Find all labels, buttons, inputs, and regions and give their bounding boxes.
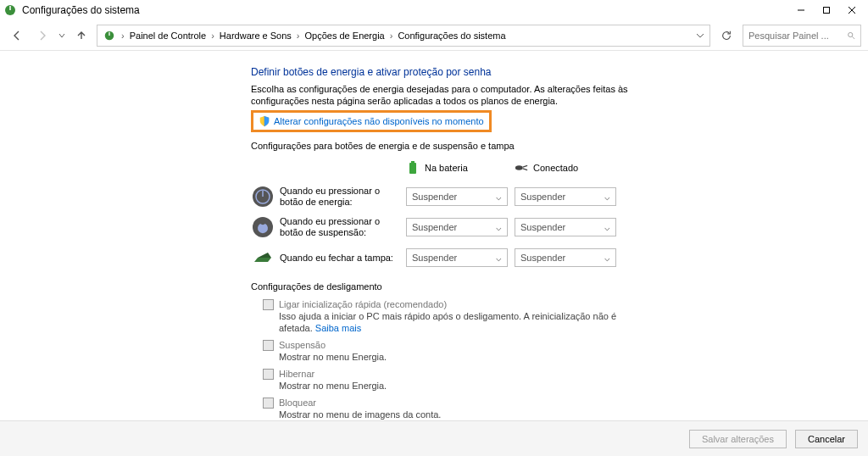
chevron-down-icon: ⌵ xyxy=(496,222,502,233)
energy-icon xyxy=(3,3,17,17)
section-shutdown-title: Configurações de desligamento xyxy=(251,281,632,292)
maximize-button[interactable] xyxy=(814,0,839,20)
select-value: Suspender xyxy=(520,222,565,232)
column-battery: Na bateria xyxy=(406,161,508,175)
select-sleep-battery[interactable]: Suspender⌵ xyxy=(406,218,508,236)
chevron-down-icon: ⌵ xyxy=(604,253,610,264)
action-row-sleep-button: Quando eu pressionar o botão de suspensã… xyxy=(251,215,632,239)
plug-icon xyxy=(515,161,528,175)
checkbox-label: Suspensão xyxy=(279,339,387,351)
lid-icon xyxy=(251,246,275,270)
minimize-button[interactable] xyxy=(788,0,814,20)
select-lid-battery[interactable]: Suspender⌵ xyxy=(406,248,508,267)
select-value: Suspender xyxy=(520,253,565,263)
breadcrumb-item[interactable]: Configurações do sistema xyxy=(398,31,505,41)
action-label: Quando eu fechar a tampa: xyxy=(280,253,406,264)
select-power-plugged[interactable]: Suspender⌵ xyxy=(515,187,616,206)
navigation-bar: › Painel de Controle › Hardware e Sons ›… xyxy=(0,20,868,51)
close-button[interactable] xyxy=(839,0,865,20)
power-button-icon xyxy=(251,185,275,209)
column-headers: Na bateria Conectado xyxy=(251,158,632,178)
back-button[interactable] xyxy=(7,25,27,46)
chevron-right-icon[interactable]: › xyxy=(120,31,126,41)
select-lid-plugged[interactable]: Suspender⌵ xyxy=(515,248,616,267)
shield-icon xyxy=(259,115,270,127)
chevron-down-icon: ⌵ xyxy=(496,253,502,264)
column-battery-label: Na bateria xyxy=(425,163,468,173)
search-input[interactable] xyxy=(748,31,842,41)
checkbox-sleep: Suspensão Mostrar no menu Energia. xyxy=(263,339,632,363)
chevron-right-icon[interactable]: › xyxy=(295,31,302,41)
action-row-lid: Quando eu fechar a tampa: Suspender⌵ Sus… xyxy=(251,246,632,270)
checkbox-label: Ligar inicialização rápida (recomendado) xyxy=(279,298,632,310)
chevron-down-icon[interactable] xyxy=(696,31,704,40)
action-label: Quando eu pressionar o botão de suspensã… xyxy=(280,216,406,238)
column-plugged: Conectado xyxy=(515,161,616,175)
breadcrumb-item[interactable]: Hardware e Sons xyxy=(220,31,292,41)
checkbox-desc: Isso ajuda a iniciar o PC mais rápido ap… xyxy=(279,310,632,334)
page-heading: Definir botões de energia e ativar prote… xyxy=(251,66,632,78)
checkbox-hibernate: Hibernar Mostrar no menu Energia. xyxy=(263,368,632,392)
chevron-down-icon: ⌵ xyxy=(604,222,610,233)
chevron-right-icon[interactable]: › xyxy=(388,31,395,41)
svg-point-6 xyxy=(848,32,852,36)
checkbox[interactable] xyxy=(263,340,274,351)
checkbox-desc: Mostrar no menu Energia. xyxy=(279,351,387,363)
svg-rect-2 xyxy=(824,8,830,14)
svg-point-10 xyxy=(515,165,523,170)
checkbox-label: Bloquear xyxy=(279,397,441,409)
checkbox-desc: Mostrar no menu Energia. xyxy=(279,380,387,392)
search-icon xyxy=(847,31,855,41)
select-value: Suspender xyxy=(412,192,457,202)
section-power-buttons-title: Configurações para botões de energia e d… xyxy=(251,141,632,151)
select-value: Suspender xyxy=(412,253,457,263)
checkbox[interactable] xyxy=(263,398,274,409)
chevron-right-icon[interactable]: › xyxy=(209,31,216,41)
energy-icon xyxy=(103,29,116,42)
history-dropdown[interactable] xyxy=(58,32,66,39)
up-button[interactable] xyxy=(71,25,92,46)
svg-line-11 xyxy=(523,165,527,167)
checkbox-label: Hibernar xyxy=(279,368,387,380)
content-area: Definir botões de energia e ativar prote… xyxy=(0,51,868,420)
select-value: Suspender xyxy=(520,192,565,202)
select-value: Suspender xyxy=(412,222,457,232)
select-sleep-plugged[interactable]: Suspender⌵ xyxy=(515,218,616,236)
svg-line-7 xyxy=(852,36,854,39)
checkbox-desc: Mostrar no menu de imagens da conta. xyxy=(279,409,441,420)
checkbox-fast-startup: Ligar inicialização rápida (recomendado)… xyxy=(263,298,632,334)
window-title: Configurações do sistema xyxy=(22,4,140,16)
breadcrumb-item[interactable]: Opções de Energia xyxy=(305,31,385,41)
action-label: Quando eu pressionar o botão de energia: xyxy=(280,186,406,208)
refresh-button[interactable] xyxy=(715,25,737,47)
window-titlebar: Configurações do sistema xyxy=(0,0,868,20)
chevron-down-icon: ⌵ xyxy=(604,192,610,203)
breadcrumb-item[interactable]: Painel de Controle xyxy=(130,31,207,41)
change-settings-highlight: Alterar configurações não disponíveis no… xyxy=(251,110,492,132)
forward-button[interactable] xyxy=(32,25,53,46)
cancel-button[interactable]: Cancelar xyxy=(795,430,858,448)
battery-icon xyxy=(406,161,420,175)
save-button[interactable]: Salvar alterações xyxy=(689,430,787,448)
select-power-battery[interactable]: Suspender⌵ xyxy=(406,187,508,206)
chevron-down-icon: ⌵ xyxy=(496,192,502,203)
column-plugged-label: Conectado xyxy=(533,163,578,173)
svg-rect-8 xyxy=(409,163,416,174)
checkbox-lock: Bloquear Mostrar no menu de imagens da c… xyxy=(263,397,632,420)
search-box[interactable] xyxy=(743,25,861,47)
sleep-button-icon xyxy=(251,215,275,239)
checkbox[interactable] xyxy=(263,369,274,380)
learn-more-link[interactable]: Saiba mais xyxy=(315,323,361,333)
action-row-power-button: Quando eu pressionar o botão de energia:… xyxy=(251,185,632,209)
intro-text: Escolha as configurações de energia dese… xyxy=(251,83,632,107)
svg-line-12 xyxy=(523,169,527,170)
change-unavailable-link[interactable]: Alterar configurações não disponíveis no… xyxy=(274,116,484,126)
address-bar[interactable]: › Painel de Controle › Hardware e Sons ›… xyxy=(97,25,710,47)
checkbox[interactable] xyxy=(263,299,274,310)
svg-rect-9 xyxy=(411,161,415,163)
footer: Salvar alterações Cancelar xyxy=(0,420,868,456)
